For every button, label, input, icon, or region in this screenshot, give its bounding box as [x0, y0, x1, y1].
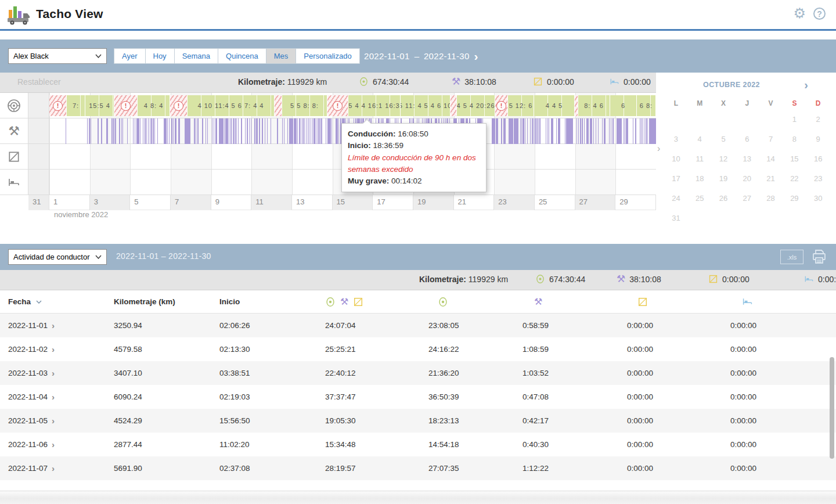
driving-segment[interactable]: 7: [67, 95, 85, 116]
driving-warning-segment[interactable]: ! [49, 95, 67, 116]
vertical-scrollbar-thumb[interactable] [830, 357, 834, 459]
driving-warning-segment[interactable]: ! [114, 95, 138, 116]
calendar-next-icon[interactable]: › [804, 78, 808, 92]
driving-segment[interactable]: 5 11: 4 5 4 6 10 [401, 95, 451, 116]
table-row[interactable]: 2022-11-06›2877.4411:02:2015:34:4814:54:… [0, 433, 836, 456]
bottom-scroll-bar[interactable] [0, 491, 836, 504]
driving-warning-segment[interactable]: ! [170, 95, 188, 116]
driving-rail-cell[interactable] [0, 93, 28, 118]
calendar-day-26[interactable]: 26 [712, 190, 736, 210]
calendar-day-10[interactable]: 10 [664, 150, 688, 170]
row-expand-icon[interactable]: › [52, 345, 55, 354]
cell-date[interactable]: 2022-11-07› [0, 464, 106, 473]
availability-rail-cell[interactable] [0, 144, 28, 170]
row-expand-icon[interactable]: › [52, 369, 55, 377]
column-header-fecha[interactable]: Fecha [0, 297, 106, 306]
driving-segment[interactable]: 4 5 4 20:26 [457, 95, 495, 116]
calendar-day-23[interactable]: 23 [806, 170, 830, 190]
table-row[interactable]: 2022-11-02›4579.5802:13:3025:25:2124:16:… [0, 337, 836, 361]
calendar-day-16[interactable]: 16 [806, 150, 830, 170]
calendar-day-17[interactable]: 17 [664, 170, 688, 190]
range-button-ayer[interactable]: Ayer [114, 48, 146, 64]
cell-date[interactable]: 2022-11-05› [0, 416, 106, 425]
driving-segment[interactable]: 15:5 4 [85, 95, 114, 116]
calendar-day-6[interactable]: 6 [735, 131, 759, 150]
driving-warning-segment[interactable]: ! [495, 95, 508, 116]
range-button-mes[interactable]: Mes [266, 48, 297, 64]
prev-range-icon[interactable]: ‹ [351, 50, 364, 62]
driving-segment[interactable]: 4 10 11:4 5 6 7: 4 4 [188, 95, 275, 116]
table-row[interactable]: 2022-11-03›3407.1003:38:5122:40:1221:36:… [0, 361, 836, 385]
cell-date[interactable]: 2022-11-04› [0, 393, 106, 401]
calendar-day-22[interactable]: 22 [783, 170, 806, 190]
cell-date[interactable]: 2022-11-06› [0, 440, 106, 449]
calendar-day-19[interactable]: 19 [712, 170, 736, 190]
calendar-day-9[interactable]: 9 [806, 131, 830, 150]
driving-segment[interactable]: 4 8: 4 [138, 95, 170, 116]
calendar-day-14[interactable]: 14 [759, 150, 783, 170]
table-row[interactable]: 2022-11-01›3250.9402:06:2624:07:0423:08:… [0, 314, 836, 337]
calendar-day-3[interactable]: 3 [664, 131, 688, 150]
cell-date[interactable]: 2022-11-03› [0, 369, 106, 377]
calendar-day-21[interactable]: 21 [759, 170, 783, 190]
calendar-day-12[interactable]: 12 [712, 150, 736, 170]
calendar-day-8[interactable]: 8 [783, 131, 806, 150]
calendar-day-15[interactable]: 15 [783, 150, 806, 170]
column-header-km[interactable]: Kilometraje (km) [106, 297, 211, 306]
next-range-icon[interactable]: › [470, 50, 483, 62]
calendar-day-1[interactable]: 1 [783, 111, 806, 131]
driving-segment[interactable]: 5 4 4 16:1 16:3 [348, 95, 401, 116]
driving-warning-segment[interactable] [451, 95, 457, 116]
row-expand-icon[interactable]: › [52, 321, 55, 330]
column-header-total[interactable]: ⚒ [317, 297, 420, 307]
calendar-day-2[interactable]: 2 [806, 111, 830, 131]
driver-select[interactable]: Alex Black [8, 48, 107, 64]
column-header-work[interactable]: ⚒ [514, 297, 619, 307]
row-expand-icon[interactable]: › [52, 416, 55, 425]
calendar-day-18[interactable]: 18 [688, 170, 712, 190]
rest-rail-cell[interactable] [0, 170, 28, 195]
driving-segment[interactable]: 4 4 5 [534, 95, 575, 116]
cell-date[interactable]: 2022-11-02› [0, 345, 106, 354]
cell-date[interactable]: 2022-11-01› [0, 321, 106, 330]
calendar-day-13[interactable]: 13 [735, 150, 759, 170]
calendar-day-30[interactable]: 30 [806, 190, 830, 210]
driving-segment[interactable]: 6 [610, 95, 637, 116]
row-expand-icon[interactable]: › [52, 440, 55, 449]
row-expand-icon[interactable]: › [52, 393, 55, 401]
print-icon[interactable] [812, 249, 827, 265]
table-row[interactable]: 2022-11-04›6090.2402:19:0337:37:4736:50:… [0, 385, 836, 409]
table-row[interactable]: 2022-11-07›5691.9002:37:0828:19:5727:07:… [0, 456, 836, 480]
gear-icon[interactable]: ⚙ [793, 6, 806, 20]
column-header-inicio[interactable]: Inicio [211, 297, 317, 306]
calendar-day-20[interactable]: 20 [735, 170, 759, 190]
column-header-availability[interactable] [619, 297, 722, 307]
driving-segment[interactable]: 8: 4 6 [578, 95, 610, 116]
report-type-select[interactable]: Actividad de conductor [8, 249, 107, 265]
calendar-day-25[interactable]: 25 [688, 190, 712, 210]
column-header-rest[interactable] [722, 296, 836, 307]
driving-segment[interactable]: 6 8: [637, 95, 656, 116]
table-row[interactable]: 2022-11-05›4524.2915:56:5019:05:3018:23:… [0, 409, 836, 433]
reset-button[interactable]: Restablecer [17, 77, 61, 87]
calendar-day-5[interactable]: 5 [712, 131, 736, 150]
driving-segment[interactable]: 5 12: 6 [508, 95, 534, 116]
calendar-day-31[interactable]: 31 [664, 210, 688, 229]
calendar-day-29[interactable]: 29 [783, 190, 806, 210]
driving-warning-segment[interactable] [275, 95, 282, 116]
driving-warning-segment[interactable]: ! [327, 95, 348, 116]
range-button-semana[interactable]: Semana [175, 48, 218, 64]
driving-segment[interactable]: 5 5 8: 8: [282, 95, 327, 116]
row-expand-icon[interactable]: › [52, 464, 55, 473]
calendar-day-11[interactable]: 11 [688, 150, 712, 170]
export-xls-button[interactable]: .xls [780, 250, 803, 264]
calendar-day-27[interactable]: 27 [735, 190, 759, 210]
calendar-day-7[interactable]: 7 [759, 131, 783, 150]
calendar-expander-icon[interactable]: › [657, 143, 660, 154]
range-button-hoy[interactable]: Hoy [146, 48, 175, 64]
work-rail-cell[interactable]: ⚒ [0, 118, 28, 144]
calendar-day-4[interactable]: 4 [688, 131, 712, 150]
calendar-day-24[interactable]: 24 [664, 190, 688, 210]
column-header-driving[interactable] [420, 297, 514, 307]
calendar-day-28[interactable]: 28 [759, 190, 783, 210]
